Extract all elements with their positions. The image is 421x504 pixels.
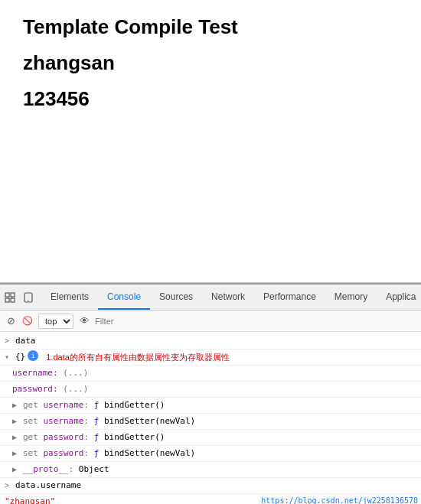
svg-rect-1 [11, 293, 15, 297]
code-username-prop: username: (...) [12, 366, 88, 380]
console-line-password-prop: password: (...) [0, 382, 421, 398]
code-data: data [15, 334, 36, 348]
code-zhangsan: "zhangsan" [5, 495, 55, 504]
console-line-set-password: ▶ set password: ƒ bindSetter(newVal) [0, 446, 421, 462]
svg-rect-3 [11, 298, 15, 302]
annotation-text: 1.data的所有自有属性由数据属性变为存取器属性 [46, 350, 230, 364]
block-icon[interactable]: 🚫 [21, 315, 34, 327]
code-password-prop: password: (...) [12, 382, 88, 396]
main-content: Template Compile Test zhangsan 123456 [0, 0, 421, 283]
console-line-proto: ▶ __proto__: Object [0, 462, 421, 478]
console-toolbar: ⊘ 🚫 top 👁 Filter [0, 311, 421, 332]
watermark-text: https://blog.csdn.net/jw2258136570 [261, 494, 418, 504]
devtools-left-icons [3, 291, 35, 304]
console-line-data: > data [0, 333, 421, 350]
tab-performance[interactable]: Performance [254, 285, 325, 310]
info-badge: i [28, 350, 38, 361]
page-title: Template Compile Test [23, 15, 398, 39]
username-display: zhangsan [23, 51, 398, 75]
code-get-password: get password: ƒ bindGetter() [23, 431, 165, 444]
devtools-panel: Elements Console Sources Network Perform… [0, 283, 421, 504]
inspect-icon[interactable] [3, 291, 17, 304]
arrow-set-password[interactable]: ▶ [12, 447, 20, 460]
tab-application[interactable]: Applica [377, 285, 421, 310]
console-line-zhangsan: "zhangsan" https://blog.csdn.net/jw22581… [0, 494, 421, 504]
devtools-tabs: Elements Console Sources Network Perform… [41, 285, 421, 310]
context-selector[interactable]: top [38, 314, 73, 329]
console-line-username-prop: username: (...) [0, 366, 421, 382]
code-obj: {} [15, 350, 25, 364]
tab-elements[interactable]: Elements [41, 285, 98, 310]
code-proto: __proto__: Object [23, 463, 109, 476]
svg-point-5 [28, 300, 29, 301]
console-line-get-password: ▶ get password: ƒ bindGetter() [0, 430, 421, 446]
mobile-icon[interactable] [21, 291, 35, 304]
svg-rect-0 [5, 293, 9, 297]
code-set-username: set username: ƒ bindSetter(newVal) [23, 415, 195, 428]
code-data-username: data.username [15, 479, 81, 493]
clear-console-icon[interactable]: ⊘ [5, 315, 17, 327]
arrow-get-username[interactable]: ▶ [12, 398, 20, 412]
tab-sources[interactable]: Sources [150, 285, 202, 310]
arrow-data-username: > [5, 479, 12, 493]
code-set-password: set password: ƒ bindSetter(newVal) [23, 447, 195, 460]
password-display: 123456 [23, 87, 398, 111]
arrow-proto[interactable]: ▶ [12, 463, 20, 476]
eye-icon[interactable]: 👁 [78, 315, 90, 327]
tab-network[interactable]: Network [202, 285, 254, 310]
console-line-set-username: ▶ set username: ƒ bindSetter(newVal) [0, 414, 421, 430]
console-line-get-username: ▶ get username: ƒ bindGetter() [0, 398, 421, 414]
tab-console[interactable]: Console [98, 285, 150, 310]
console-output: > data ▾ {} i 1.data的所有自有属性由数据属性变为存取器属性 … [0, 332, 421, 504]
console-line-data-username: > data.username [0, 478, 421, 494]
arrow-obj[interactable]: ▾ [5, 350, 12, 364]
svg-rect-2 [5, 298, 9, 302]
code-get-username: get username: ƒ bindGetter() [23, 398, 165, 412]
devtools-tabbar: Elements Console Sources Network Perform… [0, 285, 421, 311]
filter-label: Filter [95, 317, 113, 326]
console-line-obj: ▾ {} i 1.data的所有自有属性由数据属性变为存取器属性 [0, 350, 421, 366]
arrow-set-username[interactable]: ▶ [12, 415, 20, 428]
arrow-data: > [5, 334, 12, 348]
tab-memory[interactable]: Memory [325, 285, 377, 310]
arrow-get-password[interactable]: ▶ [12, 431, 20, 444]
